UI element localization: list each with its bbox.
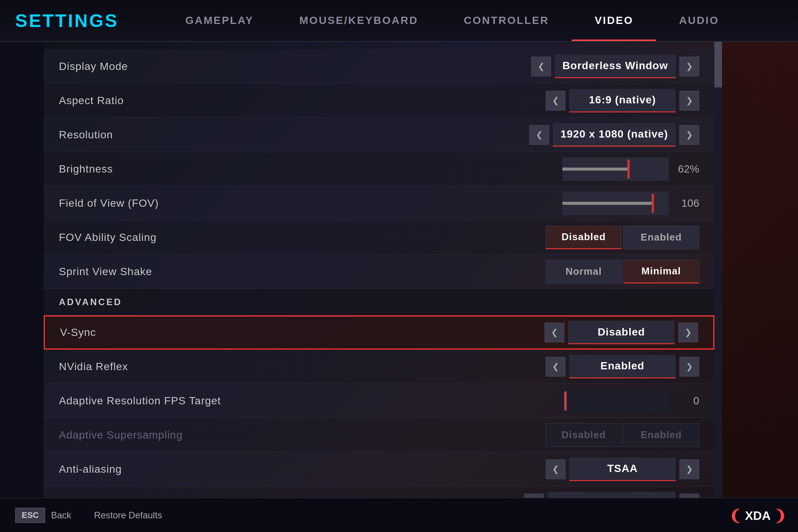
anti-aliasing-prev[interactable]: ❮ <box>546 459 565 479</box>
fov-fill <box>562 202 653 205</box>
setting-fov: Field of View (FOV) 106 <box>44 186 714 220</box>
xda-text: XDA <box>745 509 771 523</box>
fov-slider[interactable] <box>562 192 669 215</box>
vsync-next[interactable]: ❯ <box>678 323 698 342</box>
scrollbar[interactable] <box>714 42 722 498</box>
resolution-next[interactable]: ❯ <box>679 125 699 145</box>
display-mode-value: Borderless Window <box>555 55 676 78</box>
adaptive-supersampling-toggle: Disabled Enabled <box>546 423 699 447</box>
right-panel <box>722 42 798 498</box>
anti-aliasing-label: Anti-aliasing <box>59 463 546 475</box>
tab-mouse-keyboard[interactable]: MOUSE/KEYBOARD <box>277 0 441 41</box>
scrollbar-thumb[interactable] <box>714 42 722 87</box>
setting-display-mode: Display Mode ❮ Borderless Window ❯ <box>44 49 714 84</box>
adaptive-fps-slider[interactable] <box>562 389 669 413</box>
display-mode-next[interactable]: ❯ <box>679 57 699 76</box>
setting-resolution: Resolution ❮ 1920 x 1080 (native) ❯ <box>44 118 714 152</box>
setting-aspect-ratio: Aspect Ratio ❮ 16:9 (native) ❯ <box>44 84 714 118</box>
advanced-label: ADVANCED <box>59 297 122 307</box>
adaptive-resolution-fps-control: 0 <box>562 389 699 413</box>
texture-streaming-value: Medium (3GB VRAM) <box>548 492 676 498</box>
brightness-control: 62% <box>562 157 699 181</box>
adaptive-fps-thumb <box>564 391 567 410</box>
vsync-prev[interactable]: ❮ <box>545 323 564 342</box>
setting-adaptive-resolution-fps: Adaptive Resolution FPS Target 0 <box>44 384 714 418</box>
anti-aliasing-control: ❮ TSAA ❯ <box>546 458 699 481</box>
xda-bracket-left: ❨ <box>729 507 742 524</box>
adaptive-supersampling-control: Disabled Enabled <box>546 423 699 447</box>
resolution-prev[interactable]: ❮ <box>529 125 549 145</box>
sprint-view-shake-normal[interactable]: Normal <box>546 260 622 283</box>
setting-adaptive-supersampling: Adaptive Supersampling Disabled Enabled <box>44 418 714 452</box>
setting-sprint-view-shake: Sprint View Shake Normal Minimal <box>44 255 714 289</box>
topbar: SETTINGS GAMEPLAY MOUSE/KEYBOARD CONTROL… <box>0 0 798 42</box>
display-mode-label: Display Mode <box>59 60 531 73</box>
nav-tabs: GAMEPLAY MOUSE/KEYBOARD CONTROLLER VIDEO… <box>106 0 798 41</box>
nvidia-reflex-next[interactable]: ❯ <box>679 357 699 377</box>
app-logo: SETTINGS <box>15 11 119 31</box>
adaptive-supersampling-disabled: Disabled <box>546 423 622 447</box>
esc-key: ESC <box>15 508 45 523</box>
fov-ability-scaling-control: Disabled Enabled <box>546 226 699 249</box>
xda-logo: ❨ XDA ❩ <box>729 507 787 524</box>
vsync-label: V-Sync <box>60 326 545 339</box>
fov-slider-container: 106 <box>562 192 699 215</box>
texture-streaming-next[interactable]: ❯ <box>679 494 699 498</box>
sprint-view-shake-toggle: Normal Minimal <box>546 260 699 283</box>
setting-anti-aliasing: Anti-aliasing ❮ TSAA ❯ <box>44 452 714 486</box>
nvidia-reflex-value: Enabled <box>569 355 676 378</box>
brightness-slider-container: 62% <box>562 157 699 181</box>
aspect-ratio-control: ❮ 16:9 (native) ❯ <box>546 89 699 112</box>
resolution-label: Resolution <box>59 129 529 141</box>
texture-streaming-prev[interactable]: ❮ <box>524 494 544 498</box>
advanced-section-header: ADVANCED <box>44 289 714 315</box>
fov-ability-scaling-label: FOV Ability Scaling <box>59 231 546 244</box>
adaptive-supersampling-enabled: Enabled <box>623 423 699 447</box>
nvidia-reflex-control: ❮ Enabled ❯ <box>546 355 699 378</box>
vsync-value: Disabled <box>568 321 674 344</box>
resolution-value: 1920 x 1080 (native) <box>553 123 676 147</box>
left-panel <box>0 42 44 498</box>
fov-control: 106 <box>562 192 699 215</box>
display-mode-prev[interactable]: ❮ <box>531 57 551 76</box>
setting-fov-ability-scaling: FOV Ability Scaling Disabled Enabled <box>44 220 714 255</box>
vsync-control: ❮ Disabled ❯ <box>545 321 698 344</box>
sprint-view-shake-control: Normal Minimal <box>546 260 699 283</box>
anti-aliasing-value: TSAA <box>569 458 676 481</box>
fov-value: 106 <box>676 197 699 209</box>
adaptive-fps-slider-container: 0 <box>562 389 699 413</box>
tab-video[interactable]: VIDEO <box>572 0 656 41</box>
setting-brightness: Brightness 62% <box>44 152 714 186</box>
aspect-ratio-value: 16:9 (native) <box>569 89 676 112</box>
back-label: Back <box>51 510 71 521</box>
nvidia-reflex-prev[interactable]: ❮ <box>546 357 565 377</box>
setting-nvidia-reflex: NVidia Reflex ❮ Enabled ❯ <box>44 350 714 384</box>
aspect-ratio-prev[interactable]: ❮ <box>546 91 565 111</box>
restore-label[interactable]: Restore Defaults <box>94 510 162 521</box>
texture-streaming-control: ❮ Medium (3GB VRAM) ❯ <box>524 492 699 498</box>
fov-ability-scaling-disabled[interactable]: Disabled <box>546 226 622 249</box>
sprint-view-shake-label: Sprint View Shake <box>59 266 546 278</box>
tab-gameplay[interactable]: GAMEPLAY <box>163 0 277 41</box>
fov-thumb <box>652 194 654 213</box>
brightness-thumb <box>627 160 630 179</box>
aspect-ratio-next[interactable]: ❯ <box>679 91 699 111</box>
brightness-value: 62% <box>676 163 699 175</box>
brightness-label: Brightness <box>59 163 562 175</box>
adaptive-resolution-fps-label: Adaptive Resolution FPS Target <box>59 395 562 407</box>
brightness-slider[interactable] <box>562 157 669 181</box>
main-content: Display Mode ❮ Borderless Window ❯ Aspec… <box>0 42 798 498</box>
restore-hint[interactable]: Restore Defaults <box>94 510 162 521</box>
back-hint: ESC Back <box>15 508 71 523</box>
tab-audio[interactable]: AUDIO <box>656 0 742 41</box>
fov-ability-scaling-enabled[interactable]: Enabled <box>623 226 699 249</box>
anti-aliasing-next[interactable]: ❯ <box>679 459 699 479</box>
tab-controller[interactable]: CONTROLLER <box>441 0 572 41</box>
display-mode-control: ❮ Borderless Window ❯ <box>531 55 699 78</box>
fov-ability-scaling-toggle: Disabled Enabled <box>546 226 699 249</box>
brightness-fill <box>562 168 629 171</box>
adaptive-supersampling-label: Adaptive Supersampling <box>59 429 546 441</box>
adaptive-fps-value: 0 <box>676 395 699 407</box>
sprint-view-shake-minimal[interactable]: Minimal <box>623 260 699 283</box>
setting-vsync: V-Sync ❮ Disabled ❯ <box>44 315 714 350</box>
